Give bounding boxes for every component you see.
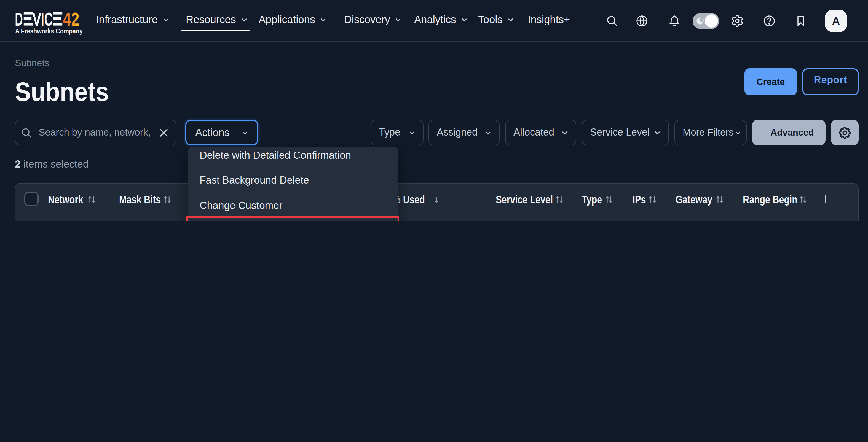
svg-text:I: I	[42, 8, 44, 30]
svg-text:C: C	[44, 8, 53, 30]
svg-text:D: D	[15, 8, 23, 30]
svg-text:V: V	[32, 8, 41, 30]
svg-text:42: 42	[63, 8, 80, 30]
svg-text:A Freshworks Company: A Freshworks Company	[15, 27, 83, 35]
